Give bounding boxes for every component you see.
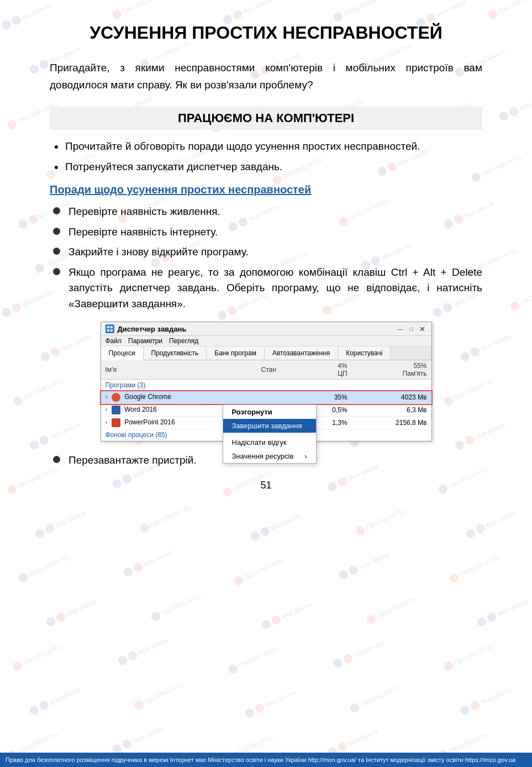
svg-rect-1 bbox=[110, 326, 113, 328]
sub-heading: Поради щодо усунення простих несправност… bbox=[50, 183, 482, 196]
task-manager-window: Диспетчер завдань — □ ✕ Файл Параметри П… bbox=[101, 322, 432, 442]
page-number: 51 bbox=[50, 480, 482, 491]
maximize-button[interactable]: □ bbox=[407, 324, 416, 333]
footer-bar: Право для безоплатного розміщення підруч… bbox=[0, 753, 532, 768]
window-title-bar: Диспетчер завдань bbox=[106, 324, 187, 333]
tab-processes[interactable]: Процеси bbox=[101, 346, 144, 360]
page-title: УСУНЕННЯ ПРОСТИХ НЕСПРАВНОСТЕЙ bbox=[50, 22, 482, 43]
tab-performance[interactable]: Продуктивність bbox=[144, 346, 207, 360]
tips-list: Перевірте наявність живлення. Перевірте … bbox=[50, 204, 482, 312]
row-chrome-mem: 4023 Мв bbox=[352, 391, 431, 404]
row-ppt-mem: 2156,8 Мв bbox=[352, 417, 431, 429]
row-chrome-name: › Google Chrome bbox=[101, 391, 257, 404]
tab-startup[interactable]: Автозавантаження bbox=[265, 346, 338, 360]
tip-1: Перевірте наявність живлення. bbox=[50, 204, 482, 220]
bullet-item-2: Потренуйтеся запускати диспетчер завдань… bbox=[50, 159, 482, 175]
svg-rect-2 bbox=[107, 329, 109, 332]
window-controls[interactable]: — □ ✕ bbox=[396, 324, 427, 333]
table-row-chrome[interactable]: › Google Chrome 35% 4023 Мв bbox=[101, 391, 431, 404]
row-chrome-cpu: 35% bbox=[304, 391, 352, 404]
col-state: Стан bbox=[257, 360, 304, 380]
table-wrapper: Ім'я Стан 4% ЦП 55% Пам'ять bbox=[101, 360, 431, 441]
menu-bar: Файл Параметри Перегляд bbox=[101, 336, 431, 346]
tab-users[interactable]: Користувачі bbox=[338, 346, 391, 360]
minimize-button[interactable]: — bbox=[396, 324, 405, 333]
context-menu: Розгорнути Завершити завдання Надіслати … bbox=[223, 404, 317, 464]
window-title-text: Диспетчер завдань bbox=[118, 325, 187, 333]
tip-4: Якщо програма не реагує, то за допомогою… bbox=[50, 265, 482, 312]
row-word-mem: 6,3 Мв bbox=[352, 404, 431, 417]
menu-file[interactable]: Файл bbox=[106, 337, 122, 345]
menu-params[interactable]: Параметри bbox=[128, 337, 162, 345]
svg-rect-0 bbox=[107, 326, 109, 328]
tab-app-bank[interactable]: Банк програм bbox=[207, 346, 265, 360]
col-mem: 55% Пам'ять bbox=[352, 360, 431, 380]
footer-text: Право для безоплатного розміщення підруч… bbox=[6, 757, 515, 763]
taskmanager-icon bbox=[106, 324, 114, 333]
context-menu-item-end-task[interactable]: Завершити завдання bbox=[223, 419, 316, 433]
tab-bar: Процеси Продуктивність Банк програм Авто… bbox=[101, 346, 431, 360]
context-menu-item-resources[interactable]: Значення ресурсів bbox=[223, 449, 316, 463]
bullet-item-1: Прочитайте й обговоріть поради щодо усун… bbox=[50, 139, 482, 155]
context-menu-divider bbox=[223, 434, 316, 434]
intro-paragraph: Пригадайте, з якими несправностями комп'… bbox=[50, 60, 482, 93]
context-menu-item-feedback[interactable]: Надіслати відгук bbox=[223, 435, 316, 449]
titlebar: Диспетчер завдань — □ ✕ bbox=[101, 322, 431, 336]
group-programs: Програми (3) bbox=[101, 380, 431, 391]
main-bullet-list: Прочитайте й обговоріть поради щодо усун… bbox=[50, 139, 482, 175]
tip-3: Закрийте і знову відкрийте програму. bbox=[50, 244, 482, 260]
menu-view[interactable]: Перегляд bbox=[169, 337, 198, 345]
context-menu-item-expand[interactable]: Розгорнути bbox=[223, 405, 316, 419]
col-cpu: 4% ЦП bbox=[304, 360, 352, 380]
close-button[interactable]: ✕ bbox=[418, 324, 427, 333]
svg-rect-3 bbox=[110, 329, 113, 332]
tip-2: Перевірте наявність інтернету. bbox=[50, 224, 482, 240]
section-header: ПРАЦЮЄМО НА КОМП'ЮТЕРІ bbox=[50, 107, 482, 130]
row-chrome-state bbox=[257, 391, 304, 404]
col-name: Ім'я bbox=[101, 360, 257, 380]
